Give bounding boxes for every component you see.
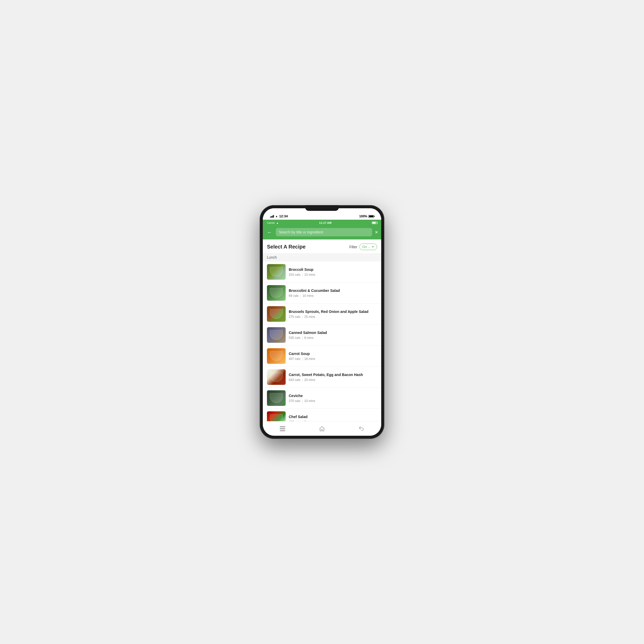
recipe-name: Broccoli Soup xyxy=(289,267,377,272)
food-bowl-decoration xyxy=(270,288,283,298)
green-battery-icon xyxy=(372,222,377,224)
sys-right: 100% xyxy=(359,214,374,218)
recipe-item[interactable]: Ceviche 370 cals | 10 mins xyxy=(263,388,381,409)
recipe-time: 10 mins xyxy=(304,399,315,403)
recipe-meta: 370 cals | 10 mins xyxy=(289,399,377,403)
meta-divider: | xyxy=(302,378,303,382)
recipe-meta: 535 cals | 8 mins xyxy=(289,336,377,340)
meta-divider: | xyxy=(302,273,303,277)
meta-divider: | xyxy=(300,294,301,298)
nav-back-button[interactable] xyxy=(358,425,365,432)
recipe-cals: 643 cals xyxy=(289,378,300,382)
green-battery-fill xyxy=(372,222,376,224)
recipe-time: 10 mins xyxy=(303,294,313,298)
food-bowl-decoration xyxy=(270,414,283,421)
section-label: Lunch xyxy=(267,255,277,259)
recipe-cals: 370 cals xyxy=(289,399,300,403)
sys-left: ▲ 12:34 xyxy=(270,214,288,218)
svg-rect-2 xyxy=(280,430,285,431)
nav-menu-button[interactable] xyxy=(279,425,286,432)
filter-button[interactable]: On ... ▼ xyxy=(359,244,377,250)
recipe-meta: 69 cals | 10 mins xyxy=(289,294,377,298)
food-bowl-decoration xyxy=(270,267,283,277)
chevron-down-icon: ▼ xyxy=(372,245,374,248)
carrier-label: Carrier xyxy=(267,222,275,224)
recipe-thumbnail xyxy=(267,348,286,364)
recipe-time: 25 mins xyxy=(304,315,315,319)
recipe-info: Chef Salad 487 cals | 5 mins xyxy=(289,414,377,421)
recipe-cals: 69 cals xyxy=(289,294,299,298)
phone-screen: ▲ 12:34 100% Carrier ▲ 11:17 AM xyxy=(263,208,381,436)
recipe-item[interactable]: Carrot, Sweet Potato, Egg and Bacon Hash… xyxy=(263,367,381,388)
filter-label: Filter xyxy=(349,245,357,249)
battery-icon xyxy=(368,215,374,218)
recipe-list: Broccoli Soup 203 cals | 15 mins Broccol… xyxy=(263,261,381,421)
recipe-name: Chef Salad xyxy=(289,414,377,419)
app-statusbar-left: Carrier ▲ xyxy=(267,222,279,224)
food-bowl-decoration xyxy=(270,393,283,403)
meta-divider: | xyxy=(302,357,303,361)
recipe-time: 20 mins xyxy=(304,378,315,382)
app-statusbar: Carrier ▲ 11:17 AM xyxy=(263,220,381,226)
recipe-info: Broccoli Soup 203 cals | 15 mins xyxy=(289,267,377,277)
nav-home-button[interactable] xyxy=(319,425,325,432)
recipe-name: Ceviche xyxy=(289,393,377,398)
bottom-nav xyxy=(263,421,381,436)
close-search-button[interactable]: ✕ xyxy=(375,230,378,235)
recipe-time: 15 mins xyxy=(304,273,315,277)
recipe-info: Canned Salmon Salad 535 cals | 8 mins xyxy=(289,330,377,340)
svg-rect-1 xyxy=(280,428,285,429)
recipe-header: Select A Recipe Filter On ... ▼ xyxy=(263,239,381,253)
back-button[interactable]: ← xyxy=(266,229,273,235)
phone-frame: ▲ 12:34 100% Carrier ▲ 11:17 AM xyxy=(260,205,384,439)
meta-divider: | xyxy=(302,399,303,403)
recipe-item[interactable]: Broccoli Soup 203 cals | 15 mins xyxy=(263,261,381,283)
recipe-item[interactable]: Canned Salmon Salad 535 cals | 8 mins xyxy=(263,325,381,346)
recipe-thumbnail xyxy=(267,264,286,280)
recipe-item[interactable]: Brussels Sprouts, Red Onion and Apple Sa… xyxy=(263,304,381,325)
wifi-icon: ▲ xyxy=(275,215,278,218)
app-statusbar-right xyxy=(372,222,377,224)
recipe-thumbnail xyxy=(267,369,286,385)
recipe-cals: 275 cals xyxy=(289,315,300,319)
recipe-meta: 203 cals | 15 mins xyxy=(289,273,377,277)
signal-bars-icon xyxy=(270,215,274,218)
recipe-info: Broccolini & Cucumber Salad 69 cals | 10… xyxy=(289,288,377,298)
filter-area: Filter On ... ▼ xyxy=(349,244,377,250)
recipe-info: Carrot Soup 407 cals | 18 mins xyxy=(289,351,377,361)
recipe-thumbnail xyxy=(267,285,286,301)
phone-notch xyxy=(305,205,339,211)
search-bar: ← Search by title or ingredient ✕ xyxy=(263,226,381,239)
recipe-meta: 275 cals | 25 mins xyxy=(289,315,377,319)
content-area: Select A Recipe Filter On ... ▼ Lunch xyxy=(263,239,381,421)
recipe-cals: 203 cals xyxy=(289,273,300,277)
svg-rect-0 xyxy=(280,426,285,427)
page-title: Select A Recipe xyxy=(267,244,306,250)
recipe-item[interactable]: Broccolini & Cucumber Salad 69 cals | 10… xyxy=(263,283,381,304)
recipe-name: Broccolini & Cucumber Salad xyxy=(289,288,377,293)
filter-value: On ... xyxy=(362,245,371,249)
recipe-thumbnail xyxy=(267,411,286,421)
recipe-name: Carrot Soup xyxy=(289,351,377,356)
recipe-thumbnail xyxy=(267,306,286,322)
search-placeholder: Search by title or ingredient xyxy=(279,230,369,234)
recipe-name: Canned Salmon Salad xyxy=(289,330,377,335)
recipe-meta: 643 cals | 20 mins xyxy=(289,378,377,382)
meta-divider: | xyxy=(302,336,303,340)
recipe-time: 18 mins xyxy=(304,357,315,361)
recipe-cals: 407 cals xyxy=(289,357,300,361)
system-time: 12:34 xyxy=(279,214,288,218)
recipe-thumbnail xyxy=(267,390,286,406)
app-wifi-icon: ▲ xyxy=(276,222,279,224)
section-header-lunch: Lunch xyxy=(263,253,381,261)
app-statusbar-time: 11:17 AM xyxy=(319,221,332,224)
food-bowl-decoration xyxy=(270,330,283,340)
recipe-info: Brussels Sprouts, Red Onion and Apple Sa… xyxy=(289,309,377,319)
battery-fill xyxy=(369,216,373,217)
recipe-item[interactable]: Carrot Soup 407 cals | 18 mins xyxy=(263,346,381,367)
search-input-container[interactable]: Search by title or ingredient xyxy=(276,228,372,236)
recipe-item[interactable]: Chef Salad 487 cals | 5 mins xyxy=(263,409,381,421)
meta-divider: | xyxy=(302,315,303,319)
recipe-thumbnail xyxy=(267,327,286,343)
battery-body xyxy=(368,215,374,218)
